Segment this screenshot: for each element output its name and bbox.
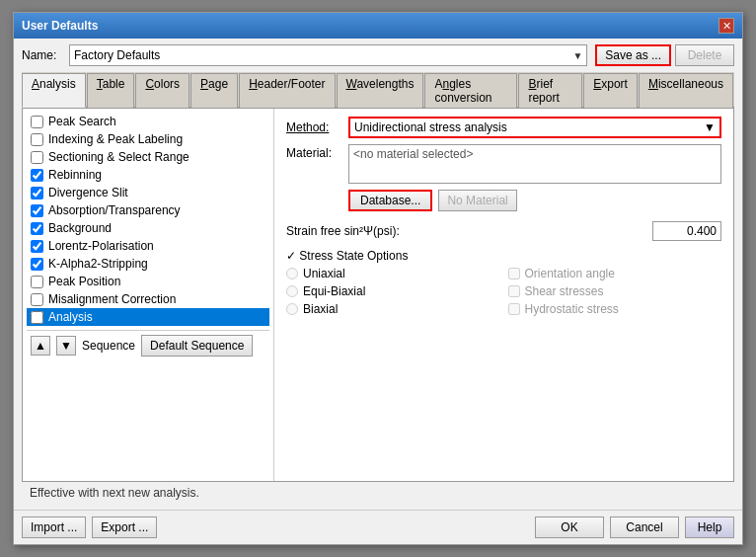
rebinning-label: Rebinning	[48, 168, 102, 182]
radio-uniaxial[interactable]: Uniaxial	[286, 267, 500, 280]
check-shear[interactable]: Shear stresses	[508, 284, 722, 298]
orientation-checkbox[interactable]	[508, 268, 520, 279]
bottom-bar: Import ... Export ... OK Cancel Help	[14, 510, 742, 544]
orientation-label: Orientation angle	[525, 267, 615, 280]
list-item-sectioning[interactable]: Sectioning & Select Range	[27, 148, 269, 166]
default-sequence-button[interactable]: Default Sequence	[141, 335, 253, 357]
left-panel: Peak Search Indexing & Peak Labeling Sec…	[23, 109, 274, 481]
misalignment-label: Misalignment Correction	[48, 292, 176, 306]
stress-title: ✓ Stress State Options	[286, 249, 721, 263]
tabs-bar: Analysis Table Colors Page Header/Footer…	[22, 72, 734, 108]
list-item-peak-position[interactable]: Peak Position	[27, 273, 269, 290]
list-item-peak-search[interactable]: Peak Search	[27, 113, 269, 130]
biaxial-radio[interactable]	[286, 303, 298, 315]
rebinning-checkbox[interactable]	[31, 169, 43, 182]
method-label: Method:	[286, 120, 340, 134]
move-up-button[interactable]: ▲	[31, 336, 50, 356]
tab-header-footer[interactable]: Header/Footer	[239, 73, 335, 108]
tab-analysis[interactable]: Analysis	[22, 73, 86, 108]
lorentz-checkbox[interactable]	[31, 240, 43, 253]
list-item-misalignment[interactable]: Misalignment Correction	[27, 290, 269, 308]
tab-colors[interactable]: Colors	[135, 73, 189, 108]
uniaxial-radio[interactable]	[286, 268, 298, 279]
tab-miscellaneous[interactable]: Miscellaneous	[639, 73, 733, 108]
absorption-checkbox[interactable]	[31, 204, 43, 217]
list-item-lorentz[interactable]: Lorentz-Polarisation	[27, 237, 269, 255]
misalignment-checkbox[interactable]	[31, 293, 43, 306]
strain-row: Strain free sin²Ψ(psi):	[286, 221, 721, 241]
lorentz-label: Lorentz-Polarisation	[48, 239, 154, 253]
method-dropdown-arrow-icon: ▼	[704, 120, 716, 134]
dialog-body: Name: Factory Defaults ▼ Save as ... Del…	[14, 39, 742, 510]
dropdown-arrow-icon: ▼	[572, 50, 582, 61]
bottom-right: OK Cancel Help	[535, 517, 734, 538]
method-row: Method: Unidirectional stress analysis ▼	[286, 117, 721, 138]
indexing-checkbox[interactable]	[31, 133, 43, 146]
indexing-label: Indexing & Peak Labeling	[48, 132, 183, 146]
material-row: Material: <no material selected>	[286, 144, 721, 184]
export-button[interactable]: Export ...	[92, 517, 157, 538]
stress-col-right: Orientation angle Shear stresses Hydrost…	[508, 267, 722, 316]
database-button[interactable]: Database...	[348, 190, 432, 211]
background-checkbox[interactable]	[31, 222, 43, 235]
list-item-background[interactable]: Background	[27, 219, 269, 237]
name-value: Factory Defaults	[74, 48, 160, 62]
close-button[interactable]: ✕	[718, 18, 734, 34]
strain-input[interactable]	[652, 221, 721, 241]
list-item-analysis[interactable]: Analysis	[27, 308, 269, 326]
peak-search-checkbox[interactable]	[31, 116, 43, 128]
method-value: Unidirectional stress analysis	[354, 120, 507, 134]
radio-equibiaxial[interactable]: Equi-Biaxial	[286, 284, 500, 298]
kalpha-checkbox[interactable]	[31, 258, 43, 271]
check-hydrostatic[interactable]: Hydrostatic stress	[508, 302, 722, 316]
equibiaxial-label: Equi-Biaxial	[303, 284, 365, 298]
shear-label: Shear stresses	[525, 284, 604, 298]
peak-position-label: Peak Position	[48, 275, 120, 288]
save-as-button[interactable]: Save as ...	[595, 44, 671, 66]
stress-options: ✓ Stress State Options Uniaxial Equi-Bia…	[286, 249, 721, 316]
list-item-rebinning[interactable]: Rebinning	[27, 166, 269, 184]
help-button[interactable]: Help	[685, 517, 734, 538]
sectioning-label: Sectioning & Select Range	[48, 150, 189, 164]
sectioning-checkbox[interactable]	[31, 151, 43, 164]
no-material-button[interactable]: No Material	[438, 190, 516, 211]
material-box: <no material selected>	[348, 144, 721, 184]
list-item-indexing[interactable]: Indexing & Peak Labeling	[27, 130, 269, 148]
delete-button[interactable]: Delete	[675, 44, 734, 66]
analysis-checkbox[interactable]	[31, 311, 43, 324]
right-panel: Method: Unidirectional stress analysis ▼…	[274, 109, 733, 481]
analysis-label: Analysis	[48, 310, 93, 324]
list-item-divergence[interactable]: Divergence Slit	[27, 184, 269, 201]
tab-brief-report[interactable]: Brief report	[518, 73, 582, 108]
kalpha-label: K-Alpha2-Stripping	[48, 257, 148, 271]
list-item-kalpha[interactable]: K-Alpha2-Stripping	[27, 255, 269, 273]
list-item-absorption[interactable]: Absorption/Transparency	[27, 201, 269, 219]
stress-col-left: Uniaxial Equi-Biaxial Biaxial	[286, 267, 500, 316]
tab-wavelengths[interactable]: Wavelengths	[337, 73, 424, 108]
database-row: Database... No Material	[348, 190, 721, 211]
radio-biaxial[interactable]: Biaxial	[286, 302, 500, 316]
tab-table[interactable]: Table	[87, 73, 135, 108]
divergence-label: Divergence Slit	[48, 186, 128, 199]
sequence-label: Sequence	[82, 339, 135, 353]
shear-checkbox[interactable]	[508, 285, 520, 297]
divergence-checkbox[interactable]	[31, 187, 43, 199]
cancel-button[interactable]: Cancel	[610, 517, 679, 538]
method-dropdown[interactable]: Unidirectional stress analysis ▼	[348, 117, 721, 138]
material-label: Material:	[286, 144, 340, 160]
biaxial-label: Biaxial	[303, 302, 338, 316]
name-dropdown[interactable]: Factory Defaults ▼	[69, 44, 587, 66]
check-orientation[interactable]: Orientation angle	[508, 267, 722, 280]
user-defaults-dialog: User Defaults ✕ Name: Factory Defaults ▼…	[13, 12, 743, 545]
bottom-left: Import ... Export ...	[22, 517, 157, 538]
move-down-button[interactable]: ▼	[56, 336, 76, 356]
import-button[interactable]: Import ...	[22, 517, 86, 538]
tab-page[interactable]: Page	[190, 73, 238, 108]
hydrostatic-checkbox[interactable]	[508, 303, 520, 315]
ok-button[interactable]: OK	[535, 517, 604, 538]
tab-export[interactable]: Export	[583, 73, 638, 108]
peak-position-checkbox[interactable]	[31, 276, 43, 288]
equibiaxial-radio[interactable]	[286, 285, 298, 297]
name-label: Name:	[22, 48, 61, 62]
tab-angles-conversion[interactable]: Angles conversion	[424, 73, 517, 108]
